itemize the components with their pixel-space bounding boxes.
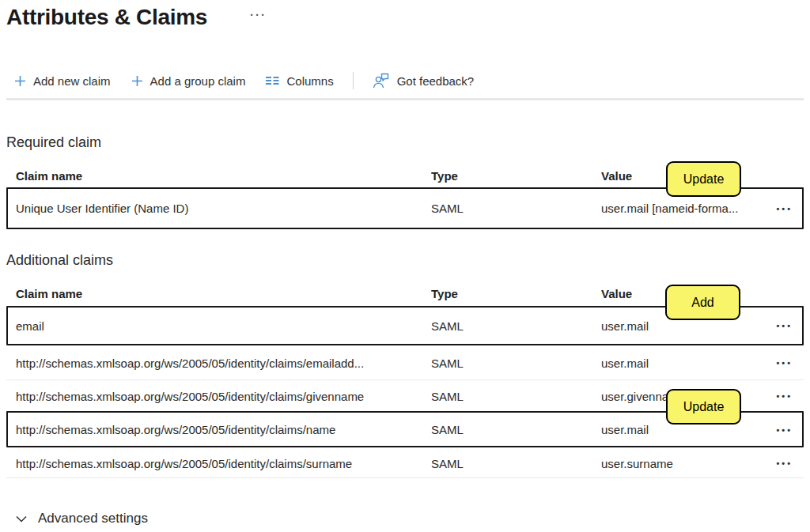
plus-icon <box>14 75 26 87</box>
row-context-menu-button[interactable]: ••• <box>776 345 793 380</box>
column-header-type: Type <box>431 169 458 183</box>
claim-type-cell: SAML <box>431 345 464 380</box>
table-row-emailaddress[interactable]: http://schemas.xmlsoap.org/ws/2005/05/id… <box>6 345 804 380</box>
claim-name-cell[interactable]: http://schemas.xmlsoap.org/ws/2005/05/id… <box>16 447 352 479</box>
columns-label: Columns <box>286 74 333 88</box>
claim-name-cell[interactable]: http://schemas.xmlsoap.org/ws/2005/05/id… <box>16 412 335 447</box>
column-header-claim-name: Claim name <box>16 287 82 300</box>
claim-value-cell: user.surname <box>601 447 673 479</box>
row-context-menu-button[interactable]: ••• <box>776 187 793 229</box>
advanced-settings-label: Advanced settings <box>38 511 148 526</box>
column-header-value: Value <box>601 169 632 183</box>
row-separator <box>6 477 804 478</box>
claim-type-cell: SAML <box>431 187 464 229</box>
attributes-claims-page: Attributes & Claims ··· Add new claim Ad… <box>0 0 810 532</box>
claim-type-cell: SAML <box>431 447 464 479</box>
row-context-menu-button[interactable]: ••• <box>776 380 793 412</box>
annotation-callout-update: Update <box>666 161 741 197</box>
claim-type-cell: SAML <box>431 380 464 412</box>
additional-claims-heading: Additional claims <box>6 252 113 269</box>
column-header-claim-name: Claim name <box>16 169 82 183</box>
toolbar-separator-line <box>6 98 804 100</box>
add-group-claim-label: Add a group claim <box>150 74 246 88</box>
annotation-callout-update: Update <box>666 389 741 424</box>
got-feedback-label: Got feedback? <box>397 74 475 88</box>
columns-icon <box>266 75 279 86</box>
plus-icon <box>131 75 143 87</box>
chevron-down-icon <box>16 511 27 526</box>
feedback-icon <box>373 73 390 89</box>
annotation-callout-add: Add <box>665 285 740 320</box>
required-claim-heading: Required claim <box>6 134 101 151</box>
row-context-menu-button[interactable]: ••• <box>776 306 793 345</box>
columns-button[interactable]: Columns <box>266 74 333 88</box>
add-new-claim-label: Add new claim <box>33 74 111 88</box>
claim-name-cell[interactable]: http://schemas.xmlsoap.org/ws/2005/05/id… <box>16 380 364 412</box>
add-new-claim-button[interactable]: Add new claim <box>14 74 111 88</box>
column-header-type: Type <box>431 287 458 300</box>
claim-value-cell: user.mail <box>601 345 649 380</box>
add-group-claim-button[interactable]: Add a group claim <box>131 74 246 88</box>
column-header-value: Value <box>601 287 632 300</box>
advanced-settings-expander[interactable]: Advanced settings <box>16 508 148 529</box>
table-row-surname[interactable]: http://schemas.xmlsoap.org/ws/2005/05/id… <box>6 447 804 479</box>
page-title: Attributes & Claims <box>6 5 207 30</box>
claim-type-cell: SAML <box>431 412 464 447</box>
claim-type-cell: SAML <box>431 306 464 345</box>
more-options-icon[interactable]: ··· <box>250 8 267 21</box>
row-context-menu-button[interactable]: ••• <box>776 412 793 447</box>
claim-name-cell[interactable]: Unique User Identifier (Name ID) <box>16 187 188 229</box>
row-context-menu-button[interactable]: ••• <box>776 447 793 479</box>
claim-value-cell: user.mail <box>601 412 649 447</box>
claim-name-cell[interactable]: http://schemas.xmlsoap.org/ws/2005/05/id… <box>16 345 364 380</box>
toolbar-divider <box>353 72 354 89</box>
got-feedback-button[interactable]: Got feedback? <box>373 73 475 89</box>
claim-value-cell: user.mail <box>601 306 649 345</box>
claim-name-cell[interactable]: email <box>16 306 44 345</box>
command-bar: Add new claim Add a group claim Columns <box>14 70 474 92</box>
